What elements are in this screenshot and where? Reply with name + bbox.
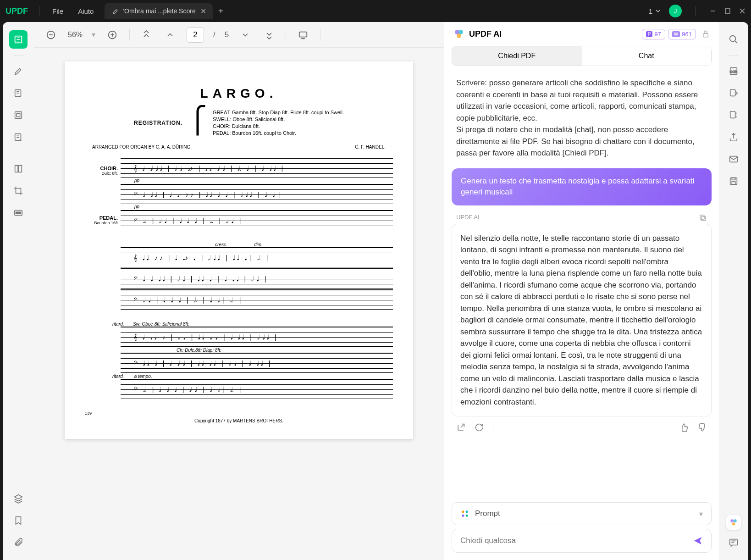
page-input[interactable]	[187, 27, 204, 43]
regenerate-icon[interactable]	[475, 423, 484, 432]
svg-text:OCR: OCR	[730, 70, 737, 74]
thumbs-up-icon[interactable]	[679, 423, 689, 432]
divider	[129, 29, 130, 40]
svg-rect-5	[15, 134, 21, 141]
prompt-label: Prompt	[475, 509, 500, 518]
page-number: 139	[85, 411, 393, 416]
app-logo: UPDF	[6, 6, 28, 16]
search-button[interactable]	[724, 30, 743, 49]
edit-tool[interactable]	[9, 106, 28, 124]
zoom-dropdown[interactable]: ▾	[92, 30, 95, 39]
left-toolbar	[3, 22, 34, 560]
thumbs-down-icon[interactable]	[698, 423, 707, 432]
copy-icon[interactable]	[699, 214, 707, 222]
form-tool[interactable]	[9, 128, 28, 146]
ai-logo-icon	[453, 28, 464, 39]
copyright: Copyright 1877 by MARTENS BROTHERS.	[85, 418, 393, 423]
music-staves: CHOIR.Dulc: 8ft.𝄞 ♩ 𝅘𝅥 ♩♩ | 𝅗𝅥 ♩ 𝅘𝅥♪ | ♩…	[85, 158, 393, 399]
comment-tool[interactable]	[9, 84, 28, 102]
compress-button[interactable]	[724, 106, 743, 124]
divider	[729, 55, 738, 55]
user-avatar[interactable]: J	[669, 5, 682, 17]
prompt-selector[interactable]: Prompt ▾	[452, 502, 712, 525]
layers-tool[interactable]	[9, 489, 28, 508]
zoom-out-button[interactable]	[43, 27, 59, 43]
svg-rect-9	[16, 212, 21, 214]
divider	[14, 55, 23, 55]
next-page-button[interactable]	[238, 28, 253, 42]
pencil-icon	[111, 7, 118, 15]
window-page-indicator[interactable]: 1	[649, 7, 661, 15]
viewer: 56% ▾ / 5 LARGO. REGISTRATION. ⎧ G	[34, 22, 444, 560]
lock-icon[interactable]	[701, 30, 710, 38]
export-icon[interactable]	[456, 423, 465, 432]
tab-chiedi-pdf[interactable]: Chiedi PDF	[452, 46, 582, 66]
tab-close-icon[interactable]: ✕	[200, 7, 206, 16]
tab-chat[interactable]: Chat	[582, 46, 712, 66]
svg-rect-6	[15, 166, 18, 172]
organize-tool[interactable]	[9, 160, 28, 178]
feedback-button[interactable]	[724, 533, 743, 552]
ai-toggle-button[interactable]	[726, 515, 741, 530]
prev-page-button[interactable]	[163, 28, 177, 42]
ai-sender-label: UPDF AI	[456, 214, 480, 222]
divider	[39, 6, 39, 16]
score-title: LARGO.	[85, 86, 393, 101]
bookmark-tool[interactable]	[9, 511, 28, 530]
crop-tool[interactable]	[9, 182, 28, 200]
svg-rect-4	[17, 113, 20, 116]
divider	[320, 29, 320, 40]
email-button[interactable]	[724, 150, 743, 168]
ai-title: UPDF AI	[469, 29, 502, 39]
convert-button[interactable]	[724, 84, 743, 102]
reader-tool[interactable]	[9, 30, 28, 49]
svg-rect-26	[730, 89, 735, 96]
document-tab[interactable]: 'Ombra mai ...plete Score ✕	[105, 3, 212, 19]
chat-input[interactable]	[460, 536, 693, 545]
save-button[interactable]	[724, 172, 743, 190]
highlighter-tool[interactable]	[9, 62, 28, 80]
zoom-in-button[interactable]	[105, 27, 120, 43]
ocr-button[interactable]: OCR	[724, 62, 743, 80]
redact-tool[interactable]	[9, 204, 28, 222]
svg-rect-16	[703, 33, 708, 37]
minimize-button[interactable]	[710, 8, 716, 14]
svg-rect-31	[732, 182, 735, 184]
svg-point-21	[462, 515, 464, 517]
viewer-toolbar: 56% ▾ / 5	[34, 22, 444, 48]
chevron-down-icon	[655, 8, 661, 14]
page-sep: /	[213, 30, 215, 39]
new-tab-button[interactable]: +	[218, 6, 224, 17]
right-toolbar: OCR	[719, 22, 748, 560]
svg-rect-3	[15, 112, 22, 119]
last-page-button[interactable]	[262, 28, 276, 42]
close-button[interactable]	[739, 8, 745, 14]
svg-point-32	[730, 519, 734, 522]
divider	[696, 6, 696, 16]
menu-help[interactable]: Aiuto	[71, 7, 101, 15]
chevron-down-icon: ▾	[699, 510, 703, 518]
svg-rect-0	[725, 9, 730, 13]
svg-rect-18	[700, 215, 704, 219]
divider	[493, 423, 493, 432]
registration-label: REGISTRATION.	[134, 120, 182, 126]
divider	[14, 153, 23, 153]
svg-point-23	[730, 36, 736, 42]
share-button[interactable]	[724, 128, 743, 146]
first-page-button[interactable]	[139, 28, 154, 42]
send-button[interactable]	[693, 536, 703, 546]
maximize-button[interactable]	[724, 8, 731, 14]
credits-badge-1[interactable]: P97	[642, 29, 665, 39]
message-actions	[452, 416, 712, 438]
svg-rect-27	[730, 111, 735, 118]
menu-file[interactable]: File	[45, 7, 71, 15]
credits-badge-2[interactable]: W961	[668, 29, 696, 39]
svg-point-22	[466, 515, 468, 517]
tab-title: 'Ombra mai ...plete Score	[123, 7, 195, 15]
chat-scroll[interactable]: Scrivere: posso generare articoli che so…	[444, 70, 719, 499]
svg-rect-35	[730, 539, 738, 545]
attachment-tool[interactable]	[9, 533, 28, 552]
presentation-button[interactable]	[295, 27, 311, 43]
document-viewport[interactable]: LARGO. REGISTRATION. ⎧ GREAT: Gamba 8ft.…	[34, 48, 444, 560]
prompt-icon	[460, 509, 469, 518]
